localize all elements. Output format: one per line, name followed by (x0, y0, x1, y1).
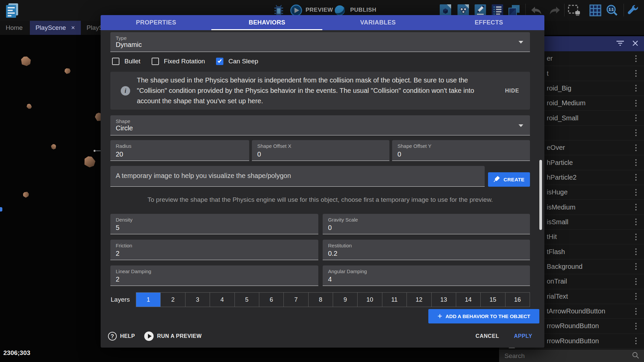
asteroid-sprite[interactable] (25, 103, 33, 110)
linear-damping-input[interactable] (116, 276, 293, 283)
layers-label: Layers (111, 292, 130, 307)
angular-damping-input[interactable] (328, 276, 505, 283)
filter-icon[interactable] (616, 40, 625, 48)
layer-cell-2[interactable]: 2 (160, 293, 185, 307)
tools-wrench-icon[interactable] (627, 4, 639, 18)
layer-cell-9[interactable]: 9 (333, 293, 357, 307)
kebab-menu-icon[interactable] (634, 232, 638, 242)
shape-offset-x-input[interactable] (257, 150, 365, 158)
kebab-menu-icon[interactable] (634, 262, 638, 271)
help-button[interactable]: ? HELP (108, 332, 135, 341)
kebab-menu-icon[interactable] (634, 113, 638, 123)
objects-search-input[interactable] (504, 352, 632, 360)
selection-mask-icon[interactable] (568, 4, 582, 18)
redo-icon[interactable] (548, 6, 561, 17)
checkbox-label: Can Sleep (228, 58, 258, 65)
kebab-menu-icon[interactable] (634, 247, 638, 256)
kebab-menu-icon[interactable] (634, 158, 638, 167)
radius-input[interactable] (116, 150, 224, 158)
kebab-menu-icon[interactable] (634, 143, 638, 153)
asteroid-sprite[interactable] (50, 143, 57, 150)
kebab-menu-icon[interactable] (634, 188, 638, 197)
temp-image-value: A temporary image to help you visualize … (116, 172, 291, 180)
asteroid-sprite[interactable] (64, 67, 71, 74)
shape-offset-y-input[interactable] (397, 150, 505, 158)
kebab-menu-icon[interactable] (634, 307, 638, 316)
preview-hint: To preview the shape that the Physics en… (110, 196, 530, 203)
layer-cell-10[interactable]: 10 (357, 293, 382, 307)
layer-cell-5[interactable]: 5 (234, 293, 259, 307)
zoom-1-1-icon[interactable]: 1:1 (606, 4, 619, 18)
checkbox-box[interactable] (152, 58, 159, 65)
kebab-menu-icon[interactable] (634, 99, 638, 108)
run-preview-button[interactable]: RUN A PREVIEW (144, 331, 202, 341)
layer-cell-12[interactable]: 12 (407, 293, 431, 307)
kebab-menu-icon[interactable] (634, 128, 638, 137)
layer-cell-4[interactable]: 4 (210, 293, 234, 307)
asteroid-sprite[interactable] (22, 190, 30, 198)
hide-button[interactable]: HIDE (505, 88, 519, 94)
shape-offset-y-field: Shape Offset Y (392, 140, 530, 161)
radius-label: Radius (116, 143, 131, 149)
dialog-scrollbar[interactable] (539, 160, 542, 230)
layer-cell-14[interactable]: 14 (456, 293, 480, 307)
cancel-button[interactable]: CANCEL (476, 333, 499, 339)
object-label: tArrowRoundButton (547, 307, 634, 315)
create-button[interactable]: CREATE (488, 172, 530, 187)
layer-cell-15[interactable]: 15 (480, 293, 505, 307)
checkbox-can-sleep[interactable]: Can Sleep (216, 58, 258, 65)
asteroid-sprite[interactable] (20, 55, 32, 67)
restitution-input[interactable] (328, 250, 505, 257)
layers-cells: 12345678910111213141516 (136, 292, 530, 307)
add-behavior-button[interactable]: + ADD A BEHAVIOR TO THE OBJECT (428, 309, 539, 323)
kebab-menu-icon[interactable] (634, 217, 638, 227)
object-label: roid_Medium (547, 99, 634, 107)
kebab-menu-icon[interactable] (634, 83, 638, 93)
layer-cell-3[interactable]: 3 (185, 293, 210, 307)
kebab-menu-icon[interactable] (634, 336, 638, 346)
preview-button[interactable]: PREVIEW (306, 7, 333, 13)
layer-cell-8[interactable]: 8 (308, 293, 333, 307)
layer-cell-16[interactable]: 16 (505, 293, 530, 307)
edge-handle[interactable] (0, 207, 2, 212)
friction-input[interactable] (116, 250, 293, 257)
type-select[interactable]: Type Dynamic (110, 32, 530, 52)
close-icon[interactable] (632, 40, 639, 48)
layer-cell-13[interactable]: 13 (431, 293, 456, 307)
apply-button[interactable]: APPLY (514, 333, 532, 339)
asteroid-sprite[interactable] (82, 154, 97, 169)
tab-close-icon[interactable]: ✕ (71, 21, 75, 35)
temp-image-field[interactable]: A temporary image to help you visualize … (110, 166, 485, 187)
tab-home[interactable]: Home (0, 21, 29, 35)
layer-cell-7[interactable]: 7 (283, 293, 308, 307)
layer-cell-1[interactable]: 1 (136, 293, 160, 307)
checkbox-box[interactable] (112, 58, 119, 65)
active-tab-indicator (211, 29, 322, 30)
tab-variables[interactable]: VARIABLES (323, 15, 434, 30)
kebab-menu-icon[interactable] (634, 69, 638, 78)
tab-playscene[interactable]: PlayScene ✕ (30, 21, 81, 35)
tab-behaviors[interactable]: BEHAVIORS (212, 15, 323, 30)
checkbox-fixed-rotation[interactable]: Fixed Rotation (152, 58, 205, 65)
kebab-menu-icon[interactable] (634, 54, 638, 63)
publish-button[interactable]: PUBLISH (350, 7, 376, 13)
kebab-menu-icon[interactable] (634, 292, 638, 301)
kebab-menu-icon[interactable] (634, 277, 638, 286)
grid-icon[interactable] (589, 4, 601, 18)
object-label: isMedium (547, 203, 634, 211)
layer-cell-11[interactable]: 11 (382, 293, 407, 307)
kebab-menu-icon[interactable] (634, 321, 638, 331)
layer-cell-6[interactable]: 6 (259, 293, 283, 307)
kebab-menu-icon[interactable] (634, 202, 638, 212)
selection-handle-dot[interactable] (94, 150, 96, 152)
kebab-menu-icon[interactable] (634, 173, 638, 182)
density-input[interactable] (116, 224, 293, 232)
tab-properties[interactable]: PROPERTIES (101, 15, 212, 30)
gravity-scale-input[interactable] (328, 224, 505, 232)
shape-select[interactable]: Shape Circle (110, 115, 530, 135)
project-manager-icon[interactable] (5, 3, 19, 19)
tab-effects[interactable]: EFFECTS (433, 15, 544, 30)
tab-playscene-label: PlayScene (36, 21, 66, 35)
checkbox-box[interactable] (216, 58, 223, 65)
checkbox-bullet[interactable]: Bullet (112, 58, 141, 65)
